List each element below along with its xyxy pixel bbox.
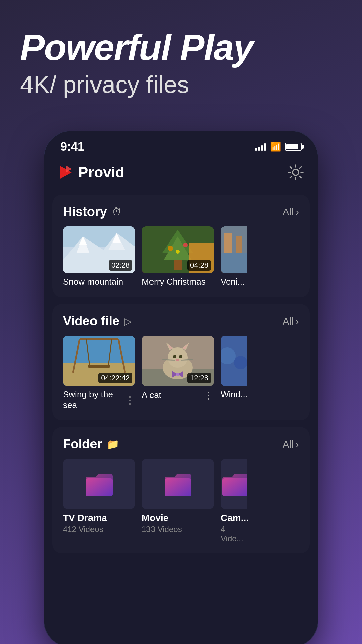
settings-icon[interactable] <box>287 164 304 181</box>
app-name-label: Provid <box>78 164 124 181</box>
videofile-title: Video file <box>63 314 119 328</box>
svg-point-33 <box>168 347 188 368</box>
cat-label: A cat <box>142 390 161 400</box>
videofile-title-wrap: Video file ▷ <box>63 314 132 328</box>
snow-duration: 02:28 <box>109 260 132 271</box>
folder-item-tvdrama[interactable]: TV Drama 412 Videos <box>63 459 135 543</box>
app-logo-icon <box>58 164 74 180</box>
svg-line-42 <box>162 361 175 361</box>
svg-point-50 <box>234 356 247 369</box>
xmas-label: Merry Christmas <box>142 277 214 287</box>
cat-duration: 12:28 <box>187 373 211 383</box>
videofile-list: 04:22:42 Swing by the sea ⋮ <box>52 336 310 410</box>
status-icons: 📶 <box>255 142 302 152</box>
folder-chevron-icon: › <box>296 439 299 450</box>
svg-rect-19 <box>221 253 247 273</box>
folder-title-wrap: Folder 📁 <box>63 437 119 451</box>
signal-icon <box>255 143 266 151</box>
sea-label: Swing by the sea <box>63 389 125 410</box>
content-area: History ⏱ All › <box>44 188 318 644</box>
hero-section: Powerful Play 4K/ privacy files <box>0 0 362 112</box>
win-label: Wind... <box>221 389 248 400</box>
cam-count: 4 Vide... <box>221 525 247 543</box>
videofile-item-win[interactable]: Wind... <box>221 336 247 410</box>
xmas-duration: 04:28 <box>187 260 211 271</box>
svg-point-14 <box>168 246 173 251</box>
videofile-thumb-cat: 12:28 <box>142 336 214 386</box>
wifi-icon: 📶 <box>270 142 281 152</box>
history-thumb-xmas: 04:28 <box>142 226 214 273</box>
snow-label: Snow mountain <box>63 277 135 287</box>
movie-count: 133 Videos <box>142 525 214 534</box>
history-title-wrap: History ⏱ <box>63 205 122 219</box>
folder-img-cam <box>221 459 247 509</box>
hero-title: Powerful Play <box>20 27 342 67</box>
history-item-xmas[interactable]: 04:28 Merry Christmas <box>142 226 214 287</box>
svg-rect-29 <box>88 365 110 368</box>
sea-more-icon[interactable]: ⋮ <box>125 394 135 406</box>
cat-more-icon[interactable]: ⋮ <box>204 389 214 401</box>
tvdrama-count: 412 Videos <box>63 525 135 534</box>
folder-icon-tvdrama <box>84 471 114 497</box>
sea-duration: 04:22:42 <box>98 373 132 383</box>
svg-point-2 <box>293 169 299 175</box>
status-time: 9:41 <box>60 140 84 154</box>
folder-img-movie <box>142 459 214 509</box>
history-section: History ⏱ All › <box>52 195 310 297</box>
venice-label: Veni... <box>221 277 247 287</box>
history-chevron-icon: › <box>296 206 299 218</box>
app-header: Provid <box>44 157 318 188</box>
videofile-play-icon: ▷ <box>124 315 132 327</box>
svg-point-38 <box>173 355 176 358</box>
venice-svg <box>221 226 247 273</box>
cat-label-row: A cat ⋮ <box>142 389 214 401</box>
folder-icon-cam <box>221 471 247 497</box>
videofile-thumb-sea: 04:22:42 <box>63 336 135 386</box>
movie-label: Movie <box>142 513 214 523</box>
hero-subtitle: 4K/ privacy files <box>20 71 342 98</box>
svg-point-39 <box>179 355 182 358</box>
folder-title: Folder <box>63 437 102 451</box>
svg-point-47 <box>176 373 179 376</box>
folder-item-cam[interactable]: Cam... 4 Vide... <box>221 459 247 543</box>
svg-rect-20 <box>224 233 232 253</box>
history-thumb-venice <box>221 226 247 273</box>
folder-img-tvdrama <box>63 459 135 509</box>
history-item-snow[interactable]: 02:28 Snow mountain <box>63 226 135 287</box>
history-clock-icon: ⏱ <box>112 206 122 218</box>
phone-mockup: 9:41 📶 Provid <box>44 131 318 644</box>
svg-rect-13 <box>174 260 182 270</box>
history-list: 02:28 Snow mountain <box>52 226 310 287</box>
svg-rect-21 <box>236 236 242 253</box>
folder-item-movie[interactable]: Movie 133 Videos <box>142 459 214 543</box>
history-title: History <box>63 205 107 219</box>
win-svg <box>221 336 247 386</box>
svg-point-40 <box>176 359 179 361</box>
folder-all-label: All <box>283 439 294 450</box>
svg-marker-0 <box>60 166 72 179</box>
folder-all-button[interactable]: All › <box>283 439 299 450</box>
videofile-all-label: All <box>283 316 294 327</box>
videofile-header: Video file ▷ All › <box>52 314 310 336</box>
videofile-section: Video file ▷ All › <box>52 304 310 420</box>
folder-section: Folder 📁 All › <box>52 427 310 553</box>
history-item-venice[interactable]: Veni... <box>221 226 247 287</box>
videofile-thumb-win <box>221 336 247 386</box>
folder-icon-movie <box>163 471 193 497</box>
folder-list: TV Drama 412 Videos <box>52 459 310 543</box>
videofile-all-button[interactable]: All › <box>283 316 299 327</box>
history-all-label: All <box>283 206 294 218</box>
videofile-item-cat[interactable]: 12:28 A cat ⋮ <box>142 336 214 410</box>
folder-icon: 📁 <box>107 438 119 450</box>
app-logo: Provid <box>58 164 124 181</box>
videofile-chevron-icon: › <box>296 316 299 327</box>
cam-label: Cam... <box>221 513 247 523</box>
svg-line-44 <box>181 361 193 361</box>
tvdrama-label: TV Drama <box>63 513 135 523</box>
history-thumb-snow: 02:28 <box>63 226 135 273</box>
history-all-button[interactable]: All › <box>283 206 299 218</box>
win-label-row: Wind... <box>221 389 247 400</box>
status-bar: 9:41 📶 <box>44 131 318 157</box>
sea-label-row: Swing by the sea ⋮ <box>63 389 135 410</box>
videofile-item-sea[interactable]: 04:22:42 Swing by the sea ⋮ <box>63 336 135 410</box>
